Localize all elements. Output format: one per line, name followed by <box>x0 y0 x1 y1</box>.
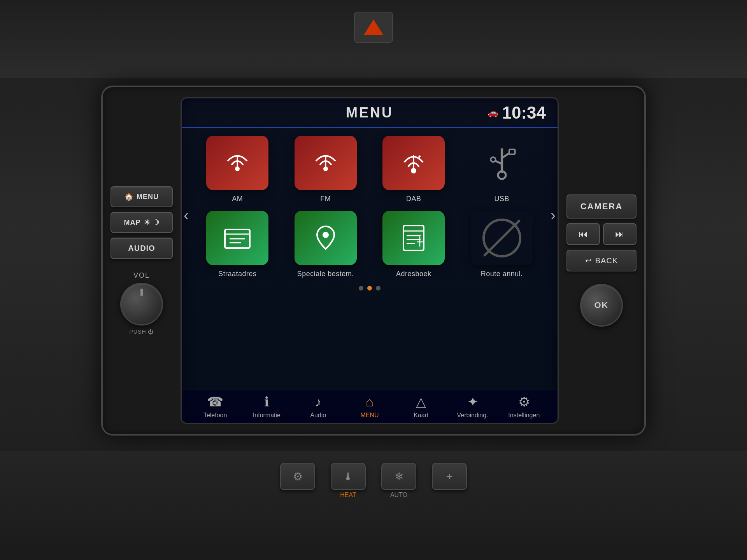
bottom-nav: ☎ Telefoon ℹ Informatie ♪ Audio ⌂ MENU <box>182 390 558 423</box>
prev-button[interactable]: ⏮ <box>566 223 600 245</box>
media-controls: ⏮ ⏭ <box>566 223 637 245</box>
instellingen-icon: ⚙ <box>518 394 530 410</box>
fm-label: FM <box>320 195 331 203</box>
camera-button[interactable]: CAMERA <box>566 194 637 219</box>
dot-2[interactable] <box>367 286 372 290</box>
left-controls: 🏠 MENU MAP ☀ ☽ AUDIO VOL PUSH ⏻ <box>110 186 173 335</box>
menu-nav-icon: ⌂ <box>366 394 374 410</box>
ok-section: OK <box>580 284 623 327</box>
svg-point-12 <box>491 157 496 162</box>
map-button[interactable]: MAP ☀ ☽ <box>110 212 173 233</box>
audio-button[interactable]: AUDIO <box>110 238 173 259</box>
menu-item-usb[interactable]: USB <box>462 136 542 203</box>
menu-item-speciale-bestem[interactable]: Speciale bestem. <box>286 211 366 278</box>
nav-item-instellingen[interactable]: ⚙ Instellingen <box>505 394 544 419</box>
telefoon-icon: ☎ <box>207 394 223 410</box>
route-annul-label: Route annul. <box>481 270 523 278</box>
volume-knob[interactable] <box>120 283 163 326</box>
nav-item-audio[interactable]: ♪ Audio <box>299 394 338 419</box>
time-area: 🚗 10:34 <box>487 103 546 122</box>
straatadres-icon-box <box>206 211 268 265</box>
nav-item-verbinding[interactable]: ✦ Verbinding. <box>453 394 492 419</box>
no-sign-icon <box>482 219 521 257</box>
usb-label: USB <box>494 195 509 203</box>
am-label: AM <box>232 195 243 203</box>
bottom-controls: ⚙ 🌡 HEAT ❄ AUTO + <box>0 451 747 560</box>
nav-arrow-right[interactable]: › <box>551 206 556 224</box>
menu-button[interactable]: 🏠 MENU <box>110 186 173 207</box>
hazard-icon <box>364 19 383 35</box>
next-button[interactable]: ⏭ <box>603 223 637 245</box>
moon-icon: ☽ <box>153 218 160 227</box>
am-icon-box <box>206 136 268 190</box>
nav-arrow-left[interactable]: ‹ <box>184 206 189 224</box>
adresboek-label: Adresboek <box>396 270 431 278</box>
screen-content: ‹ › <box>182 128 558 302</box>
informatie-icon: ℹ <box>264 394 269 410</box>
nav-item-kaart[interactable]: △ Kaart <box>402 394 440 419</box>
dot-1[interactable] <box>359 286 363 290</box>
menu-item-am[interactable]: AM <box>197 136 278 203</box>
svg-rect-18 <box>403 226 424 250</box>
auto-label: AUTO <box>390 492 407 499</box>
screen-header: MENU 🚗 10:34 <box>182 98 558 128</box>
dot-3[interactable] <box>376 286 381 290</box>
nav-item-telefoon[interactable]: ☎ Telefoon <box>196 394 235 419</box>
instellingen-label: Instellingen <box>508 412 540 419</box>
fan-icon: ❄ <box>395 470 403 483</box>
infotainment-screen: MENU 🚗 10:34 ‹ › <box>181 97 559 424</box>
ac-icon: + <box>446 470 452 483</box>
dab-label: DAB <box>406 195 421 203</box>
next-icon: ⏭ <box>615 229 624 239</box>
engine-button[interactable]: ⚙ <box>280 463 315 490</box>
usb-icon-area <box>471 136 533 190</box>
speciale-icon-box <box>295 211 357 265</box>
engine-icon: ⚙ <box>293 470 303 483</box>
hazard-button[interactable] <box>354 12 393 43</box>
menu-item-adresboek[interactable]: Adresboek <box>374 211 454 278</box>
svg-rect-10 <box>509 149 515 154</box>
nav-item-menu[interactable]: ⌂ MENU <box>350 394 389 419</box>
push-label: PUSH ⏻ <box>130 329 154 335</box>
kaart-icon: △ <box>416 394 426 410</box>
car-icon: 🚗 <box>487 108 498 118</box>
back-arrow-icon: ↩ <box>585 256 592 265</box>
nav-item-informatie[interactable]: ℹ Informatie <box>247 394 286 419</box>
ac-button[interactable]: + <box>432 463 467 490</box>
kaart-label: Kaart <box>414 412 428 419</box>
heat-label: HEAT <box>340 492 356 499</box>
verbinding-label: Verbinding. <box>457 412 488 419</box>
straatadres-label: Straatadres <box>218 270 257 278</box>
ok-knob[interactable]: OK <box>580 284 623 327</box>
menu-item-straatadres[interactable]: Straatadres <box>197 211 278 278</box>
vent-area <box>0 0 747 78</box>
vol-label: VOL <box>133 271 150 280</box>
audio-nav-label: Audio <box>310 412 326 419</box>
prev-icon: ⏮ <box>579 229 588 239</box>
right-controls: CAMERA ⏮ ⏭ ↩ BACK OK <box>566 194 637 327</box>
dashboard: 🏠 MENU MAP ☀ ☽ AUDIO VOL PUSH ⏻ <box>0 0 747 560</box>
route-annul-icon-box <box>471 211 533 265</box>
fm-icon-box <box>295 136 357 190</box>
screen-wrapper: MENU 🚗 10:34 ‹ › <box>181 97 559 424</box>
heat-button[interactable]: 🌡 <box>331 463 366 490</box>
speciale-label: Speciale bestem. <box>297 270 354 278</box>
dab-icon-box: + <box>382 136 445 190</box>
pagination-dots <box>197 286 542 290</box>
menu-grid: AM FM <box>197 136 542 278</box>
ok-label: OK <box>594 300 609 310</box>
vol-section: VOL PUSH ⏻ <box>110 271 173 335</box>
fan-button[interactable]: ❄ <box>381 463 416 490</box>
menu-item-dab[interactable]: + DAB <box>374 136 454 203</box>
back-button[interactable]: ↩ BACK <box>566 250 637 271</box>
top-bar <box>0 0 747 78</box>
menu-item-fm[interactable]: FM <box>286 136 366 203</box>
infotainment-unit: 🏠 MENU MAP ☀ ☽ AUDIO VOL PUSH ⏻ <box>101 86 646 436</box>
sun-icon: ☀ <box>144 218 151 227</box>
audio-nav-icon: ♪ <box>315 394 321 410</box>
svg-point-17 <box>323 232 329 238</box>
menu-item-route-annul[interactable]: Route annul. <box>462 211 542 278</box>
menu-nav-label: MENU <box>360 412 379 419</box>
home-icon: 🏠 <box>124 192 133 201</box>
heat-icon: 🌡 <box>343 470 354 483</box>
